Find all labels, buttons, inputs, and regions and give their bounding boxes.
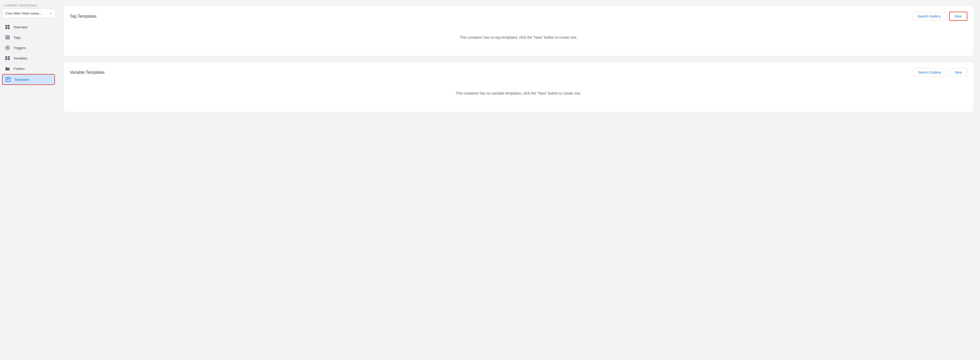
svg-rect-2 (5, 27, 7, 29)
workspace-chevron-icon: › (50, 11, 52, 16)
sidebar-item-tags-label: Tags (13, 35, 21, 40)
triggers-icon (5, 45, 10, 50)
svg-rect-0 (5, 25, 7, 27)
sidebar-item-overview-label: Overview (13, 25, 27, 29)
sidebar-item-triggers-label: Triggers (13, 46, 25, 50)
svg-rect-5 (5, 37, 10, 38)
sidebar-item-tags[interactable]: Tags (2, 32, 55, 42)
tag-templates-header: Tag Templates Search Gallery New (70, 12, 967, 21)
svg-rect-3 (8, 27, 10, 29)
svg-rect-9 (5, 56, 7, 58)
svg-rect-11 (5, 58, 7, 60)
main-content: Tag Templates Search Gallery New This co… (57, 0, 980, 360)
svg-rect-6 (5, 38, 10, 39)
sidebar-item-overview[interactable]: Overview (2, 22, 55, 32)
overview-icon (5, 25, 10, 29)
templates-icon (6, 77, 10, 82)
sidebar-item-templates[interactable]: Templates (2, 74, 55, 85)
variable-templates-search-gallery-button[interactable]: Search Gallery (913, 68, 947, 77)
variable-templates-new-button[interactable]: New (950, 68, 967, 77)
variable-templates-empty-message: This container has no variable templates… (70, 81, 967, 106)
sidebar: CURRENT WORKSPACE Core Web Vitals meas..… (0, 0, 57, 360)
variable-templates-header: Variable Templates Search Gallery New (70, 68, 967, 77)
svg-rect-10 (8, 56, 10, 58)
tag-templates-empty-message: This container has no tag templates, cli… (70, 25, 967, 50)
sidebar-item-templates-label: Templates (14, 78, 29, 82)
workspace-label: CURRENT WORKSPACE (0, 4, 57, 8)
workspace-name: Core Web Vitals meas... (5, 11, 42, 15)
tag-templates-new-button[interactable]: New (949, 12, 967, 21)
variable-templates-card: Variable Templates Search Gallery New Th… (63, 62, 974, 112)
variable-templates-actions: Search Gallery New (913, 68, 967, 77)
svg-point-8 (7, 47, 8, 48)
sidebar-item-folders[interactable]: Folders (2, 64, 55, 74)
variables-icon (5, 56, 10, 61)
workspace-selector[interactable]: Core Web Vitals meas... › (2, 8, 55, 18)
sidebar-item-variables-label: Variables (13, 56, 27, 60)
svg-rect-4 (5, 35, 10, 36)
sidebar-item-folders-label: Folders (13, 67, 25, 70)
tag-templates-actions: Search Gallery New (912, 12, 967, 21)
sidebar-item-triggers[interactable]: Triggers (2, 43, 55, 53)
tag-templates-title: Tag Templates (70, 14, 97, 19)
tag-templates-card: Tag Templates Search Gallery New This co… (63, 5, 974, 56)
variable-templates-title: Variable Templates (70, 70, 105, 75)
svg-rect-12 (8, 58, 10, 60)
folders-icon (5, 66, 10, 71)
sidebar-nav: Overview Tags Triggers (0, 22, 57, 85)
svg-rect-1 (8, 25, 10, 27)
sidebar-item-variables[interactable]: Variables (2, 53, 55, 63)
tag-templates-search-gallery-button[interactable]: Search Gallery (912, 12, 946, 21)
tags-icon (5, 35, 10, 40)
